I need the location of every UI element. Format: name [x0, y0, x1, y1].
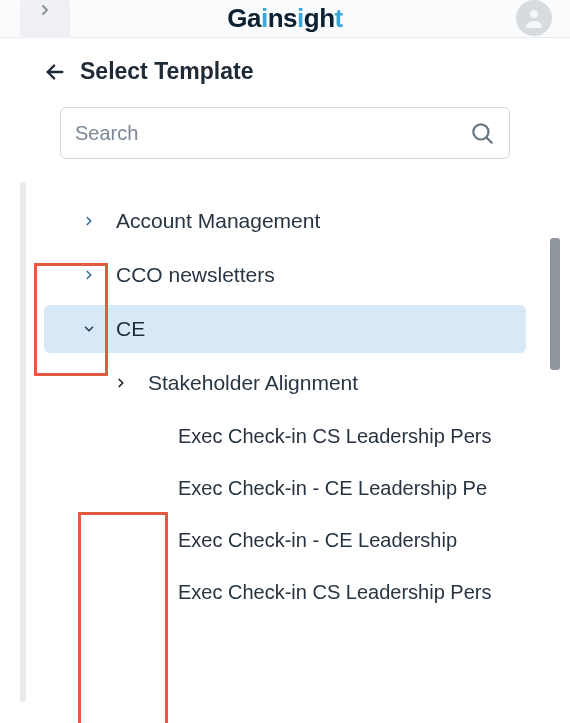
svg-line-3: [487, 138, 492, 143]
tree-folder-ce[interactable]: CE: [44, 305, 526, 353]
tree-folder-label: Account Management: [116, 209, 320, 233]
logo-segment: gh: [304, 3, 335, 33]
template-item-label: Exec Check-in - CE Leadership Pe: [178, 477, 487, 500]
template-item-label: Exec Check-in CS Leadership Pers: [178, 425, 491, 448]
back-button[interactable]: [44, 61, 66, 83]
logo-segment: i: [261, 3, 268, 33]
logo-segment: t: [335, 3, 343, 33]
chevron-right-icon: [80, 266, 98, 284]
template-item-label: Exec Check-in - CE Leadership: [178, 529, 457, 552]
tree-folder-label: CE: [116, 317, 145, 341]
user-avatar[interactable]: [516, 0, 552, 36]
logo-segment: Ga: [227, 3, 261, 33]
svg-point-0: [530, 10, 538, 18]
user-icon: [522, 6, 546, 30]
template-item-label: Exec Check-in CS Leadership Pers: [178, 581, 491, 604]
tree-folder-stakeholder-alignment[interactable]: Stakeholder Alignment: [46, 359, 524, 407]
topbar-back-button[interactable]: [20, 0, 70, 38]
arrow-left-icon: [44, 61, 66, 83]
template-tree: Account Management CCO newsletters CE St…: [0, 183, 570, 615]
tree-template-item[interactable]: Exec Check-in CS Leadership Pers: [18, 569, 552, 615]
search-box[interactable]: [60, 107, 510, 159]
tree-folder-account-management[interactable]: Account Management: [44, 197, 526, 245]
tree-folder-label: Stakeholder Alignment: [148, 371, 358, 395]
panel-title-row: Select Template: [0, 38, 570, 107]
template-panel: Select Template Account Management CCO n…: [0, 38, 570, 723]
chevron-right-icon: [112, 374, 130, 392]
page-title: Select Template: [80, 58, 253, 85]
top-bar: Gainsight: [0, 0, 570, 38]
tree-folder-cco-newsletters[interactable]: CCO newsletters: [44, 251, 526, 299]
tree-template-item[interactable]: Exec Check-in - CE Leadership Pe: [18, 465, 552, 511]
chevron-right-icon: [80, 212, 98, 230]
brand-logo: Gainsight: [227, 3, 342, 34]
tree-template-item[interactable]: Exec Check-in - CE Leadership: [18, 517, 552, 563]
logo-segment: ns: [268, 3, 297, 33]
logo-segment: i: [297, 3, 304, 33]
tree-template-item[interactable]: Exec Check-in CS Leadership Pers: [18, 413, 552, 459]
chevron-down-icon: [80, 320, 98, 338]
chevron-right-icon: [37, 2, 53, 18]
tree-folder-label: CCO newsletters: [116, 263, 275, 287]
search-input[interactable]: [75, 122, 469, 145]
search-icon: [469, 120, 495, 146]
search-container: [0, 107, 570, 183]
